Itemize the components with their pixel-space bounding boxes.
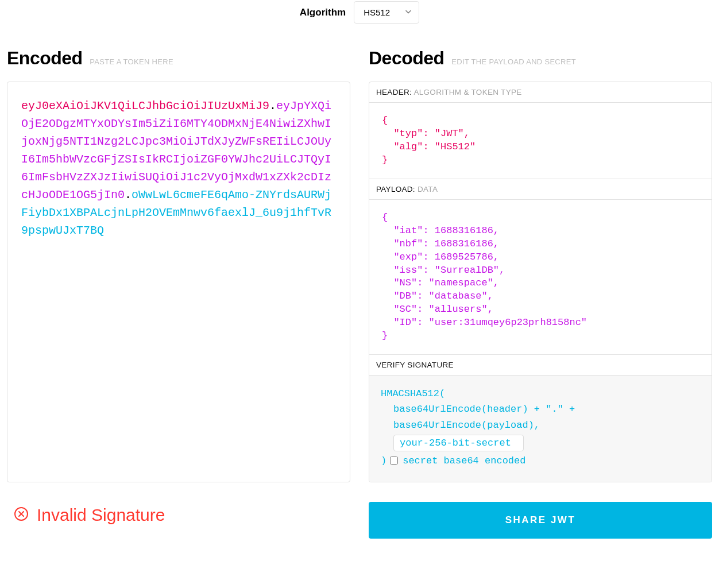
secret-base64-checkbox[interactable] [390, 457, 398, 465]
verify-signature-body: HMACSHA512( base64UrlEncode(header) + ".… [369, 376, 712, 482]
token-header: eyJ0eXAiOiJKV1QiLCJhbGciOiJIUzUxMiJ9 [21, 99, 269, 113]
secret-base64-label: secret base64 encoded [403, 453, 525, 469]
algorithm-selected: HS512 [364, 7, 390, 17]
share-jwt-button[interactable]: SHARE JWT [369, 502, 712, 539]
header-section-label: HEADER: ALGORITHM & TOKEN TYPE [369, 82, 712, 103]
algorithm-select[interactable]: HS512 [354, 1, 419, 24]
token-payload: eyJpYXQiOjE2ODgzMTYxODYsIm5iZiI6MTY4ODMx… [21, 99, 331, 202]
verify-section-label: VERIFY SIGNATURE [369, 354, 712, 376]
status-message: Invalid Signature [37, 505, 165, 525]
encoded-title: Encoded PASTE A TOKEN HERE [7, 48, 350, 69]
invalid-icon [14, 506, 29, 524]
algorithm-label: Algorithm [300, 7, 346, 18]
encoded-token-input[interactable]: eyJ0eXAiOiJKV1QiLCJhbGciOiJIUzUxMiJ9.eyJ… [7, 82, 350, 482]
decoded-payload-json[interactable]: { "iat": 1688316186, "nbf": 1688316186, … [369, 200, 712, 354]
decoded-title: Decoded EDIT THE PAYLOAD AND SECRET [369, 48, 712, 69]
secret-input[interactable] [393, 435, 524, 451]
decoded-header-json[interactable]: { "typ": "JWT", "alg": "HS512" } [369, 103, 712, 179]
payload-section-label: PAYLOAD: DATA [369, 179, 712, 200]
chevron-down-icon [405, 7, 412, 17]
